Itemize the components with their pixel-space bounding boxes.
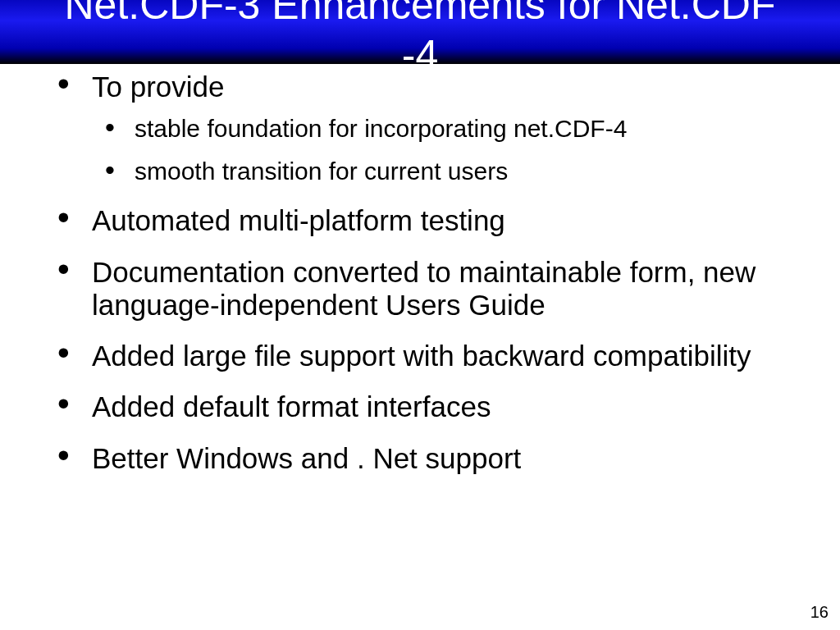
bullet-item: Better Windows and . Net support [46, 442, 809, 475]
bullet-text: Added large file support with backward c… [92, 340, 751, 372]
bullet-text: Documentation converted to maintainable … [92, 256, 756, 321]
sub-bullet-item: smooth transition for current users [92, 156, 809, 187]
sub-bullet-text: smooth transition for current users [135, 158, 508, 185]
slide-title-line1: Net.CDF-3 Enhancements for Net.CDF [0, 0, 840, 30]
slide-body: To provide stable foundation for incorpo… [46, 71, 809, 493]
sub-bullet-text: stable foundation for incorporating net.… [135, 115, 627, 142]
bullet-item: Added large file support with backward c… [46, 340, 809, 372]
bullet-item: To provide stable foundation for incorpo… [46, 71, 809, 186]
bullet-text: Added default format interfaces [92, 390, 491, 422]
sub-bullet-item: stable foundation for incorporating net.… [92, 113, 809, 144]
page-number: 16 [810, 603, 829, 622]
bullet-text: Automated multi-platform testing [92, 204, 505, 236]
bullet-text: To provide [92, 71, 224, 103]
bullet-text: Better Windows and . Net support [92, 442, 521, 474]
bullet-item: Automated multi-platform testing [46, 204, 809, 237]
bullet-item: Added default format interfaces [46, 390, 809, 423]
slide: Net.CDF-3 Enhancements for Net.CDF -4 To… [0, 0, 840, 630]
bullet-item: Documentation converted to maintainable … [46, 256, 809, 322]
